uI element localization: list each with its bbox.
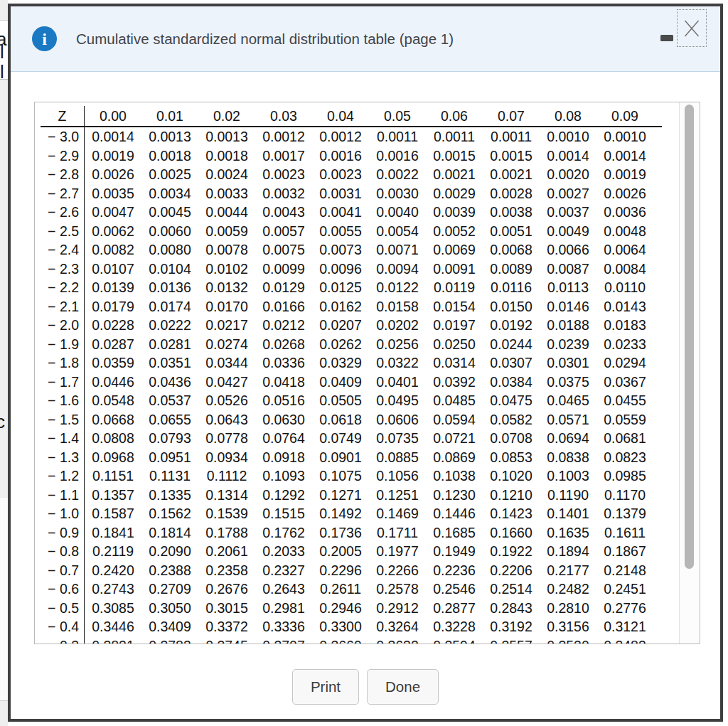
table-row: − 0.6 0.27430.27090.26760.26430.26110.25…	[35, 580, 700, 599]
table-cell: 0.1469	[369, 504, 426, 523]
z-value: − 2.8	[35, 165, 85, 184]
table-cell: 0.0019	[85, 146, 141, 166]
table-cell: 0.0287	[85, 335, 141, 354]
table-row: − 2.7 0.00350.00340.00330.00320.00310.00…	[35, 184, 700, 203]
table-cell: 0.0045	[141, 203, 198, 222]
z-value: − 1.1	[35, 486, 85, 505]
table-cell: 0.3745	[198, 636, 255, 645]
table-cell: 0.0060	[141, 222, 198, 241]
print-button[interactable]: Print	[292, 669, 359, 705]
table-cell: 0.2810	[540, 599, 596, 618]
table-cell: 0.0027	[540, 184, 596, 203]
table-cell: 0.0217	[198, 316, 255, 335]
table-cell: 0.1635	[540, 523, 596, 543]
table-cell: 0.0091	[426, 260, 483, 279]
table-cell: 0.0146	[540, 297, 596, 316]
scrollbar-thumb[interactable]	[685, 105, 694, 569]
z-value: − 0.6	[35, 580, 85, 599]
table-cell: 0.0069	[426, 240, 483, 260]
table-cell: 0.1038	[426, 466, 483, 486]
table-cell: 0.2177	[540, 561, 596, 580]
table-cell: 0.0084	[596, 260, 653, 279]
table-cell: 0.0018	[198, 146, 255, 166]
table-cell: 0.0040	[369, 203, 426, 222]
table-cell: 0.3409	[141, 617, 198, 636]
z-column-header: Z	[41, 106, 85, 126]
table-cell: 0.0465	[540, 391, 596, 410]
table-cell: 0.0026	[596, 184, 653, 203]
table-cell: 0.0262	[312, 335, 369, 354]
table-cell: 0.1170	[596, 486, 653, 505]
table-row: − 0.9 0.18410.18140.17880.17620.17360.17…	[35, 523, 700, 543]
table-cell: 0.1075	[312, 466, 369, 486]
table-cell: 0.2119	[85, 542, 141, 561]
table-cell: 0.0643	[198, 410, 255, 429]
table-cell: 0.0119	[426, 278, 483, 297]
table-cell: 0.0011	[426, 127, 483, 146]
table-cell: 0.2912	[369, 599, 426, 618]
table-cell: 0.0122	[369, 278, 426, 297]
table-cell: 0.0336	[255, 353, 312, 373]
table-cell: 0.0011	[369, 127, 426, 146]
table-cell: 0.3228	[426, 617, 483, 636]
table-cell: 0.2482	[540, 580, 596, 599]
table-cell: 0.0143	[596, 297, 653, 316]
table-cell: 0.0019	[596, 165, 653, 184]
table-cell: 0.0015	[483, 146, 540, 166]
table-row: − 1.1 0.13570.13350.13140.12920.12710.12…	[35, 486, 700, 505]
column-header: 0.00	[85, 106, 141, 126]
table-cell: 0.0016	[369, 146, 426, 166]
table-cell: 0.2061	[198, 542, 255, 561]
column-header: 0.08	[540, 106, 596, 126]
close-button[interactable]	[677, 9, 707, 47]
table-cell: 0.1660	[483, 523, 540, 543]
z-value: − 1.4	[35, 429, 85, 448]
table-cell: 0.1003	[540, 466, 596, 486]
table-cell: 0.2148	[596, 561, 653, 580]
column-header: 0.04	[312, 106, 369, 126]
table-row: − 1.5 0.06680.06550.06430.06300.06180.06…	[35, 410, 700, 429]
table-cell: 0.2546	[426, 580, 483, 599]
table-cell: 0.0222	[141, 316, 198, 335]
minimize-button[interactable]	[660, 35, 673, 41]
table-cell: 0.0901	[312, 448, 369, 467]
table-cell: 0.0129	[255, 278, 312, 297]
table-cell: 0.0012	[255, 127, 312, 146]
table-cell: 0.1539	[198, 504, 255, 523]
table-cell: 0.0011	[483, 127, 540, 146]
table-cell: 0.0179	[85, 297, 141, 316]
table-cell: 0.0268	[255, 335, 312, 354]
table-cell: 0.0392	[426, 373, 483, 392]
table-cell: 0.2327	[255, 561, 312, 580]
column-header: 0.09	[596, 106, 653, 126]
table-cell: 0.1151	[85, 466, 141, 486]
table-cell: 0.1762	[255, 523, 312, 543]
table-cell: 0.0537	[141, 391, 198, 410]
table-cell: 0.0055	[312, 222, 369, 241]
z-value: − 0.7	[35, 561, 85, 580]
table-cell: 0.0170	[198, 297, 255, 316]
vertical-scrollbar[interactable]	[679, 102, 700, 644]
table-cell: 0.0694	[540, 429, 596, 448]
done-button[interactable]: Done	[367, 669, 439, 705]
table-cell: 0.0080	[141, 240, 198, 260]
column-header: 0.05	[369, 106, 426, 126]
table-cell: 0.0154	[426, 297, 483, 316]
table-cell: 0.0059	[198, 222, 255, 241]
table-cell: 0.0043	[255, 203, 312, 222]
table-cell: 0.0174	[141, 297, 198, 316]
table-row: − 3.0 0.00140.00130.00130.00120.00120.00…	[35, 127, 700, 146]
table-cell: 0.1492	[312, 504, 369, 523]
table-cell: 0.0102	[198, 260, 255, 279]
table-cell: 0.0618	[312, 410, 369, 429]
table-cell: 0.0039	[426, 203, 483, 222]
table-cell: 0.0256	[369, 335, 426, 354]
table-cell: 0.1357	[85, 486, 141, 505]
table-cell: 0.1611	[596, 523, 653, 543]
column-header: 0.07	[483, 106, 540, 126]
z-value: − 0.9	[35, 523, 85, 543]
z-value: − 0.3	[35, 636, 85, 645]
table-cell: 0.0418	[255, 373, 312, 392]
table-cell: 0.0808	[85, 429, 141, 448]
table-cell: 0.0025	[141, 165, 198, 184]
